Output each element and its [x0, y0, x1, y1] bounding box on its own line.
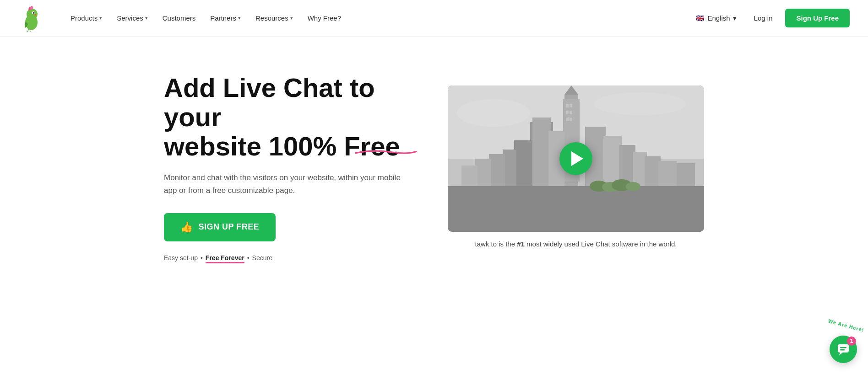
logo-icon — [18, 5, 46, 32]
hero-badge: Easy set-up • Free Forever • Secure — [164, 254, 420, 262]
svg-point-6 — [457, 99, 530, 127]
svg-rect-35 — [566, 118, 569, 121]
chevron-down-icon: ▾ — [238, 15, 241, 21]
video-play-button[interactable] — [559, 142, 592, 175]
logo[interactable] — [18, 5, 46, 32]
signup-button[interactable]: Sign Up Free — [785, 9, 850, 27]
chevron-down-icon: ▾ — [145, 15, 148, 21]
nav-item-partners[interactable]: Partners ▾ — [204, 11, 247, 26]
hero-section: Add Live Chat to your website 100% Free … — [136, 37, 732, 289]
nav-item-products[interactable]: Products ▾ — [64, 11, 108, 26]
svg-rect-26 — [448, 186, 704, 232]
flag-icon: 🇬🇧 — [696, 14, 705, 22]
svg-point-1 — [27, 9, 38, 20]
svg-rect-19 — [603, 136, 622, 186]
svg-point-30 — [626, 182, 640, 191]
svg-rect-24 — [677, 163, 695, 186]
svg-rect-22 — [645, 156, 661, 186]
chevron-down-icon: ▾ — [290, 15, 293, 21]
video-thumbnail[interactable] — [448, 85, 704, 232]
svg-rect-14 — [514, 140, 532, 186]
video-caption: tawk.to is the #1 most widely used Live … — [448, 239, 704, 250]
svg-rect-16 — [489, 154, 505, 186]
nav-right: 🇬🇧 English ▾ Log in Sign Up Free — [691, 9, 850, 27]
hero-free-word: Free — [344, 132, 400, 161]
nav-links: Products ▾ Services ▾ Customers Partners… — [64, 11, 691, 26]
nav-item-why-free[interactable]: Why Free? — [301, 11, 347, 26]
svg-rect-33 — [566, 111, 569, 114]
nav-item-services[interactable]: Services ▾ — [110, 11, 154, 26]
hero-signup-button[interactable]: 👍 SIGN UP FREE — [164, 213, 276, 241]
language-selector[interactable]: 🇬🇧 English ▾ — [691, 11, 741, 26]
chevron-down-icon: ▾ — [99, 15, 102, 21]
hero-left: Add Live Chat to your website 100% Free … — [164, 73, 420, 262]
navigation: Products ▾ Services ▾ Customers Partners… — [0, 0, 868, 37]
chevron-down-icon: ▾ — [733, 14, 737, 22]
svg-rect-17 — [475, 159, 491, 186]
hero-right: tawk.to is the #1 most widely used Live … — [448, 85, 704, 250]
svg-rect-32 — [570, 104, 572, 107]
svg-rect-36 — [570, 118, 572, 121]
svg-rect-34 — [570, 111, 572, 114]
svg-rect-12 — [532, 118, 551, 186]
svg-point-7 — [594, 92, 686, 115]
svg-rect-25 — [461, 166, 477, 186]
login-button[interactable]: Log in — [749, 11, 778, 26]
hero-title: Add Live Chat to your website 100% Free — [164, 73, 420, 160]
free-forever-label: Free Forever — [206, 254, 244, 262]
hero-description: Monitor and chat with the visitors on yo… — [164, 171, 402, 196]
svg-rect-23 — [658, 161, 677, 186]
nav-item-customers[interactable]: Customers — [156, 11, 202, 26]
free-underline-decoration — [339, 149, 431, 156]
svg-point-3 — [33, 12, 35, 14]
thumbs-up-icon: 👍 — [180, 221, 193, 233]
svg-rect-31 — [566, 104, 569, 107]
nav-item-resources[interactable]: Resources ▾ — [249, 11, 299, 26]
